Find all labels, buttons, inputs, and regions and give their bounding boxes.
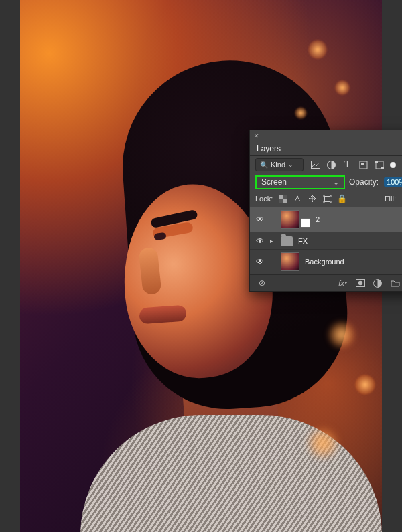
- layer-name[interactable]: Background: [305, 258, 344, 266]
- layer-thumbnail[interactable]: [281, 210, 299, 229]
- visibility-toggle[interactable]: 👁: [254, 215, 266, 224]
- layer-name[interactable]: FX: [298, 237, 308, 245]
- svg-rect-5: [375, 161, 378, 163]
- svg-rect-9: [283, 195, 287, 199]
- filter-kind-label: Kind: [271, 161, 285, 169]
- svg-rect-8: [283, 199, 287, 203]
- svg-point-14: [358, 281, 362, 285]
- layer-list: 👁 2 👁 ▸ FX 👁 Background 🔒: [250, 207, 402, 274]
- svg-rect-6: [381, 167, 384, 169]
- panel-title: Layers: [257, 144, 281, 153]
- filter-toggle[interactable]: [390, 162, 396, 168]
- svg-rect-7: [279, 195, 283, 199]
- layer-row[interactable]: 👁 2: [250, 207, 402, 232]
- new-group-icon[interactable]: [390, 278, 400, 288]
- svg-rect-10: [279, 199, 283, 203]
- lock-all-icon[interactable]: 🔒: [337, 194, 346, 203]
- lock-transparency-icon[interactable]: [278, 194, 287, 203]
- visibility-toggle[interactable]: 👁: [254, 257, 266, 266]
- disclosure-icon[interactable]: ▸: [270, 238, 277, 244]
- filter-kind-dropdown[interactable]: 🔍 Kind ⌄: [255, 158, 304, 171]
- svg-rect-3: [361, 163, 364, 165]
- panel-footer: ⊘ fx▾: [250, 274, 402, 291]
- layer-row[interactable]: 👁 Background 🔒: [250, 250, 402, 274]
- chevron-down-icon: ⌄: [288, 161, 293, 168]
- layer-row[interactable]: 👁 ▸ FX: [250, 232, 402, 250]
- folder-icon: [281, 236, 293, 246]
- lock-row: Lock: 🔒 Fill: 100% ⌄: [250, 191, 402, 207]
- layers-panel: ✕ « Layers 🔍 Kind ⌄ T Screen ⌄ Opacity: …: [249, 130, 402, 292]
- link-layers-icon[interactable]: ⊘: [257, 278, 267, 288]
- layer-name[interactable]: 2: [316, 215, 320, 224]
- fx-icon[interactable]: fx▾: [338, 278, 348, 288]
- new-adjustment-icon[interactable]: [373, 278, 383, 288]
- svg-rect-0: [311, 161, 320, 169]
- opacity-label: Opacity:: [349, 177, 379, 187]
- opacity-value[interactable]: 100%: [384, 177, 402, 187]
- filter-adjustment-icon[interactable]: [326, 160, 336, 169]
- filter-text-icon[interactable]: T: [342, 160, 352, 169]
- svg-rect-12: [324, 196, 330, 201]
- fill-label: Fill:: [385, 195, 396, 203]
- lock-image-icon[interactable]: [293, 194, 302, 203]
- layer-mask-thumbnail[interactable]: [301, 218, 310, 228]
- lock-artboard-icon[interactable]: [322, 194, 332, 203]
- visibility-toggle[interactable]: 👁: [254, 236, 266, 246]
- add-mask-icon[interactable]: [355, 278, 365, 288]
- filter-smartobject-icon[interactable]: [375, 160, 385, 169]
- svg-point-11: [297, 196, 298, 197]
- filter-row: 🔍 Kind ⌄ T: [250, 156, 402, 173]
- filter-shape-icon[interactable]: [358, 160, 368, 169]
- chevron-down-icon: ⌄: [333, 178, 339, 187]
- panel-close-icon[interactable]: ✕: [254, 132, 259, 139]
- lock-position-icon[interactable]: [308, 194, 317, 203]
- blend-row: Screen ⌄ Opacity: 100% ⌄: [250, 173, 402, 191]
- layer-thumbnail[interactable]: [281, 252, 299, 271]
- filter-pixel-icon[interactable]: [310, 160, 320, 169]
- blend-mode-dropdown[interactable]: Screen ⌄: [255, 175, 345, 189]
- blend-mode-value: Screen: [261, 177, 287, 187]
- lock-label: Lock:: [255, 195, 273, 203]
